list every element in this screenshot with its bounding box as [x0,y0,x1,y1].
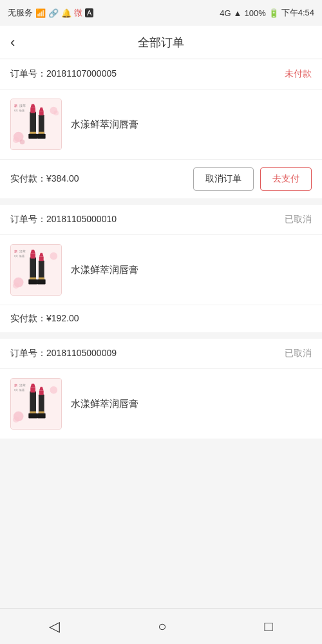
order-card-1: 订单号：20181107000005 未付款 [0,59,322,198]
order-card-2: 订单号：20181105000010 已取消 [0,205,322,332]
svg-rect-13 [37,134,46,139]
product-row-1: 新 漾萃 6大 焕题 水漾鲜萃润唇膏 [0,90,322,159]
status-bar: 无服务 📶 🔗 🔔 微 A 4G ▲ 100% 🔋 下午4:54 [0,0,322,26]
order-header-2: 订单号：20181105000010 已取消 [0,205,322,235]
network-icon: 4G [220,8,231,18]
product-image-1: 新 漾萃 6大 焕题 [10,99,62,150]
bottom-nav: ◁ ○ □ [0,608,322,644]
svg-point-40 [13,417,19,423]
svg-rect-31 [37,279,46,285]
svg-point-4 [53,111,59,116]
time-text: 下午4:54 [281,7,314,19]
svg-rect-45 [30,388,35,393]
order-status-1: 未付款 [285,68,312,80]
svg-text:6大: 6大 [14,109,18,112]
svg-rect-32 [39,257,44,261]
order-header-3: 订单号：20181105000009 已取消 [0,339,322,369]
pay-button-1[interactable]: 去支付 [260,167,312,191]
order-status-3: 已取消 [285,348,312,359]
weibo-icon: 微 [74,7,82,19]
product-image-2: 新 漾萃 6大 焕题 [10,244,62,296]
order-number-3: 订单号：20181105000009 [10,348,117,359]
order-number-1: 订单号：20181107000005 [10,68,117,80]
amount-2: 实付款：¥192.00 [10,313,79,325]
page-title: 全部订单 [138,35,184,50]
carrier-text: 无服务 [8,7,33,19]
orders-list: 订单号：20181107000005 未付款 [0,59,322,439]
product-row-2: 新 漾萃 6大 焕题 水漾鲜萃润唇膏 [0,235,322,305]
status-left: 无服务 📶 🔗 🔔 微 A [8,7,93,19]
svg-text:新: 新 [14,249,17,253]
app-icon: A [85,8,93,17]
header: ‹ 全部订单 [0,26,322,59]
nav-back-button[interactable]: ◁ [49,618,60,635]
svg-text:新: 新 [14,383,17,387]
nav-recent-button[interactable]: □ [265,618,273,635]
svg-text:新: 新 [14,104,17,108]
status-right: 4G ▲ 100% 🔋 下午4:54 [220,7,314,19]
svg-rect-49 [37,413,46,419]
product-row-3: 新 漾萃 6大 焕题 水漾鲜萃润唇膏 [0,369,322,439]
battery-icon: 🔋 [269,8,279,18]
product-name-1: 水漾鲜萃润唇膏 [71,118,138,131]
amount-1: 实付款：¥384.00 [10,173,79,185]
signal-icon: 📶 [35,8,46,18]
svg-point-23 [50,252,57,260]
order-card-3: 订单号：20181105000009 已取消 [0,339,322,439]
svg-rect-50 [39,391,44,395]
svg-point-5 [20,139,25,144]
wifi-icon2: ▲ [234,8,242,18]
svg-rect-8 [28,134,37,139]
order-status-2: 已取消 [285,214,312,225]
svg-rect-14 [39,111,44,116]
notification-icon: 🔔 [61,8,71,18]
back-button[interactable]: ‹ [10,34,15,51]
svg-text:漾萃: 漾萃 [19,104,26,108]
nav-home-button[interactable]: ○ [158,618,166,635]
svg-rect-26 [28,279,37,285]
svg-text:6大: 6大 [14,254,18,258]
svg-text:漾萃: 漾萃 [19,383,26,387]
svg-rect-9 [30,108,35,113]
wifi-icon: 🔗 [48,8,59,18]
order-footer-2: 实付款：¥192.00 [0,305,322,332]
battery-text: 100% [244,8,265,18]
order-footer-1: 实付款：¥384.00 取消订单 去支付 [0,159,322,198]
svg-text:焕题: 焕题 [19,254,24,258]
svg-text:6大: 6大 [14,388,18,392]
svg-point-22 [13,283,19,289]
product-name-3: 水漾鲜萃润唇膏 [71,398,138,410]
cancel-order-button-1[interactable]: 取消订单 [193,167,254,191]
svg-point-2 [13,137,19,144]
order-number-2: 订单号：20181105000010 [10,214,117,225]
svg-text:焕题: 焕题 [19,388,24,392]
product-name-2: 水漾鲜萃润唇膏 [71,264,138,276]
order-header-1: 订单号：20181107000005 未付款 [0,59,322,90]
svg-point-41 [50,386,57,394]
svg-rect-27 [30,254,35,259]
order-actions-1: 取消订单 去支付 [193,167,312,191]
product-image-3: 新 漾萃 6大 焕题 [10,378,62,430]
svg-rect-44 [28,413,37,419]
svg-text:漾萃: 漾萃 [19,249,26,253]
svg-text:焕题: 焕题 [19,109,24,112]
